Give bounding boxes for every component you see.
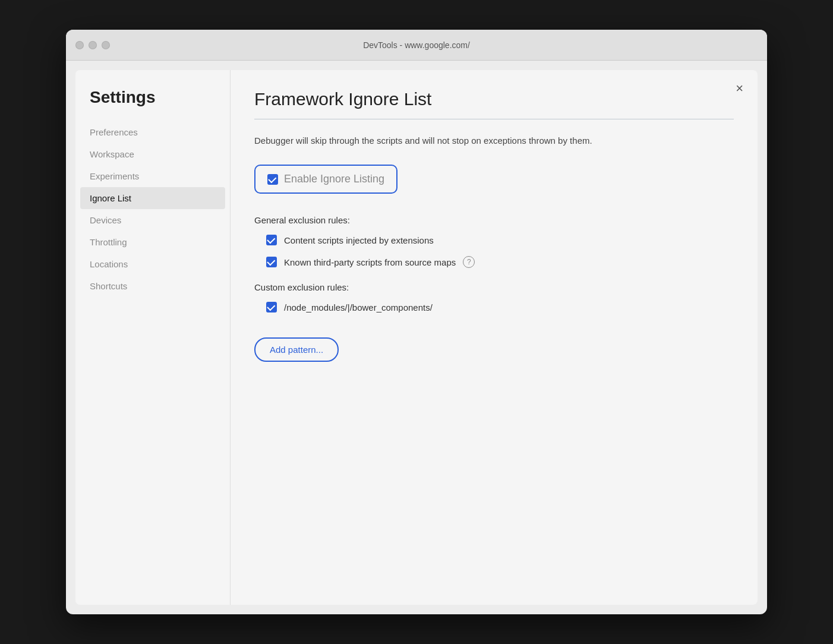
close-traffic-light[interactable] [75,41,84,49]
add-pattern-button[interactable]: Add pattern... [254,337,339,362]
node-modules-label[interactable]: /node_modules/|/bower_components/ [284,302,433,312]
sidebar-heading: Settings [75,88,230,121]
titlebar: DevTools - www.google.com/ [66,30,767,61]
title-divider [254,119,734,119]
custom-exclusion-section: Custom exclusion rules: /node_modules/|/… [254,282,734,312]
add-pattern-container: Add pattern... [254,323,734,362]
sidebar-item-shortcuts[interactable]: Shortcuts [75,275,230,297]
sidebar-item-preferences[interactable]: Preferences [75,121,230,143]
sidebar: Settings Preferences Workspace Experimen… [75,70,230,605]
content-scripts-checkbox[interactable] [266,235,277,245]
settings-window: Settings Preferences Workspace Experimen… [75,70,758,605]
enable-ignore-listing-container[interactable]: Enable Ignore Listing [254,165,397,194]
general-rule-row-1: Known third-party scripts from source ma… [254,256,734,268]
sidebar-nav: Preferences Workspace Experiments Ignore… [75,121,230,297]
enable-ignore-checkbox[interactable] [267,174,278,185]
third-party-scripts-checkbox[interactable] [266,257,277,267]
enable-ignore-label: Enable Ignore Listing [284,173,384,185]
page-description: Debugger will skip through the scripts a… [254,134,658,148]
general-rule-row-0: Content scripts injected by extensions [254,235,734,245]
help-icon[interactable]: ? [463,256,475,268]
general-section-header: General exclusion rules: [254,215,734,225]
sidebar-item-workspace[interactable]: Workspace [75,143,230,165]
sidebar-item-ignore-list[interactable]: Ignore List [80,187,225,209]
content-scripts-label[interactable]: Content scripts injected by extensions [284,235,434,245]
sidebar-item-experiments[interactable]: Experiments [75,165,230,187]
third-party-scripts-label[interactable]: Known third-party scripts from source ma… [284,257,456,267]
traffic-lights [75,41,110,49]
general-exclusion-section: General exclusion rules: Content scripts… [254,215,734,268]
titlebar-title: DevTools - www.google.com/ [363,40,470,50]
sidebar-item-throttling[interactable]: Throttling [75,231,230,253]
custom-section-header: Custom exclusion rules: [254,282,734,292]
page-title: Framework Ignore List [254,89,734,109]
minimize-traffic-light[interactable] [89,41,97,49]
custom-rule-row-0: /node_modules/|/bower_components/ [254,302,734,312]
sidebar-item-devices[interactable]: Devices [75,209,230,231]
sidebar-item-locations[interactable]: Locations [75,253,230,275]
node-modules-checkbox[interactable] [266,302,277,312]
main-content-panel: × Framework Ignore List Debugger will sk… [230,70,758,605]
fullscreen-traffic-light[interactable] [102,41,110,49]
devtools-window: DevTools - www.google.com/ Settings Pref… [66,30,767,614]
close-button[interactable]: × [736,82,743,95]
